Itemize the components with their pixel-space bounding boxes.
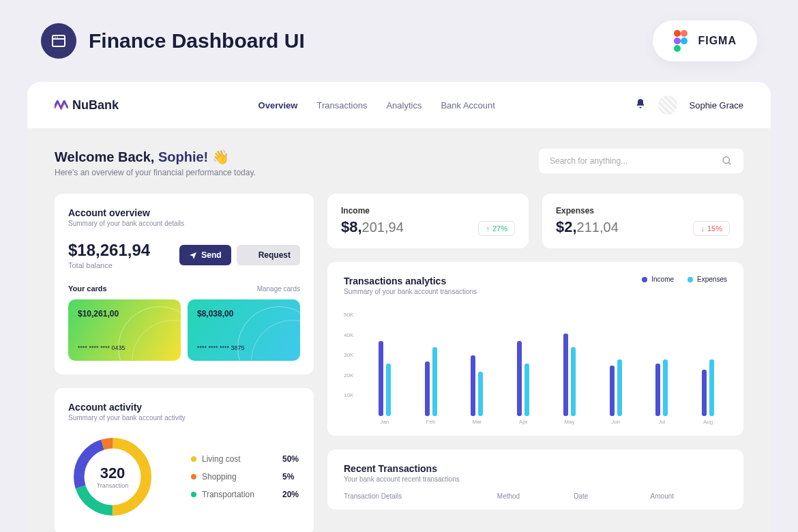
request-icon (246, 251, 254, 259)
trend-badge-up: ↑27% (478, 221, 515, 236)
search-icon (722, 156, 733, 166)
page-header-left: Finance Dashboard UI (41, 23, 305, 59)
stat-label: Income (341, 206, 404, 216)
col-header: Transaction Details (344, 492, 497, 500)
nav-transactions[interactable]: Transactions (316, 100, 367, 110)
app-window: NuBank Overview Transactions Analytics B… (27, 82, 771, 532)
left-column: Account overview Summary of your bank ac… (55, 194, 314, 532)
card-title: Recent Transactions (344, 463, 727, 474)
svg-line-10 (728, 162, 730, 164)
username: Sophie Grace (690, 100, 744, 110)
arrow-down-icon: ↓ (700, 224, 705, 233)
table-header: Transaction Details Method Date Amount (344, 492, 727, 504)
content-area: Welcome Back, Sophie! 👋 Here's an overvi… (27, 128, 771, 532)
stat-value: $2,211,04 (556, 218, 619, 236)
welcome-sub: Here's an overview of your financial per… (55, 168, 256, 177)
search-input[interactable] (550, 156, 715, 166)
activity-item: Living cost50% (191, 454, 300, 464)
svg-point-7 (681, 38, 688, 44)
send-icon (189, 251, 197, 259)
card-subtitle: Summary of your bank account transaction… (344, 288, 477, 295)
window-icon (41, 23, 76, 59)
expenses-card: Expenses $2,211,04 ↓15% (542, 194, 743, 248)
svg-rect-0 (53, 35, 65, 46)
col-header: Date (574, 492, 650, 500)
avatar[interactable] (658, 95, 677, 115)
brand-logo-icon (55, 100, 68, 110)
card-title: Transactions analytics (344, 276, 477, 286)
card-title: Account overview (68, 207, 300, 218)
figma-badge: FIGMA (653, 20, 757, 61)
bank-card[interactable]: $8,038,00 **** **** **** 3875 (188, 299, 300, 361)
figma-icon (673, 30, 688, 52)
balance-value: $18,261,94 (68, 241, 150, 260)
recent-transactions-card: Recent Transactions Your bank account re… (327, 449, 743, 509)
card-subtitle: Summary of your bank account activity (68, 414, 300, 422)
cards-label: Your cards (68, 284, 107, 293)
svg-point-3 (57, 37, 58, 38)
bank-card[interactable]: $10,261,00 **** **** **** 0435 (68, 299, 181, 361)
activity-legend: Living cost50% Shopping5% Transportation… (191, 454, 300, 499)
svg-point-9 (723, 157, 729, 163)
col-header: Method (497, 492, 574, 500)
nav-bank-account[interactable]: Bank Account (441, 100, 495, 110)
manage-cards-link[interactable]: Manage cards (257, 285, 300, 293)
stat-label: Expenses (556, 206, 619, 216)
nav-analytics[interactable]: Analytics (386, 100, 422, 110)
right-column: Income $8,201,94 ↑27% Expenses $2,211,04 (327, 194, 743, 509)
donut-value: 320 (100, 464, 125, 482)
card-title: Account activity (68, 402, 300, 413)
request-button[interactable]: Request (237, 245, 300, 265)
svg-point-4 (674, 30, 681, 37)
bell-icon[interactable] (635, 98, 646, 112)
activity-item: Transportation20% (191, 490, 300, 499)
svg-point-8 (674, 45, 681, 52)
svg-point-6 (674, 38, 681, 44)
activity-item: Shopping5% (191, 472, 300, 482)
col-header: Amount (651, 492, 727, 500)
page-title: Finance Dashboard UI (89, 29, 305, 53)
stat-value: $8,201,94 (341, 218, 404, 236)
topbar-right: Sophie Grace (635, 95, 744, 115)
chart-legend: Income Expenses (642, 276, 727, 283)
balance-label: Total balance (68, 261, 150, 269)
account-activity-card: Account activity Summary of your bank ac… (55, 388, 314, 532)
svg-point-5 (681, 30, 688, 37)
main-nav: Overview Transactions Analytics Bank Acc… (258, 100, 495, 110)
arrow-up-icon: ↑ (486, 224, 490, 233)
topbar: NuBank Overview Transactions Analytics B… (27, 82, 771, 128)
welcome-title: Welcome Back, Sophie! 👋 (55, 149, 256, 165)
brand-name: NuBank (72, 98, 119, 113)
donut-label: Transaction (97, 482, 129, 489)
card-number: **** **** **** 3875 (197, 344, 291, 351)
figma-label: FIGMA (698, 35, 737, 47)
content-header: Welcome Back, Sophie! 👋 Here's an overvi… (55, 149, 743, 177)
activity-donut: 320 Transaction (68, 432, 157, 521)
trend-badge-down: ↓15% (693, 221, 730, 236)
account-overview-card: Account overview Summary of your bank ac… (55, 194, 314, 374)
card-subtitle: Summary of your bank account details (68, 220, 300, 227)
analytics-card: Transactions analytics Summary of your b… (327, 262, 743, 436)
page-header: Finance Dashboard UI FIGMA (27, 20, 771, 61)
svg-point-2 (55, 37, 56, 38)
card-number: **** **** **** 0435 (78, 344, 171, 351)
nav-overview[interactable]: Overview (258, 100, 298, 110)
dashboard-grid: Account overview Summary of your bank ac… (55, 194, 743, 532)
transactions-chart: 50K40K30K20K10KJanFebMarAprMayJunJulAug (344, 309, 727, 425)
card-subtitle: Your bank account recent transactions (344, 475, 727, 483)
income-card: Income $8,201,94 ↑27% (327, 194, 529, 248)
card-amount: $8,038,00 (197, 309, 291, 319)
send-button[interactable]: Send (179, 245, 231, 265)
brand[interactable]: NuBank (55, 98, 119, 113)
card-amount: $10,261,00 (78, 309, 171, 319)
search-box[interactable] (539, 149, 743, 173)
